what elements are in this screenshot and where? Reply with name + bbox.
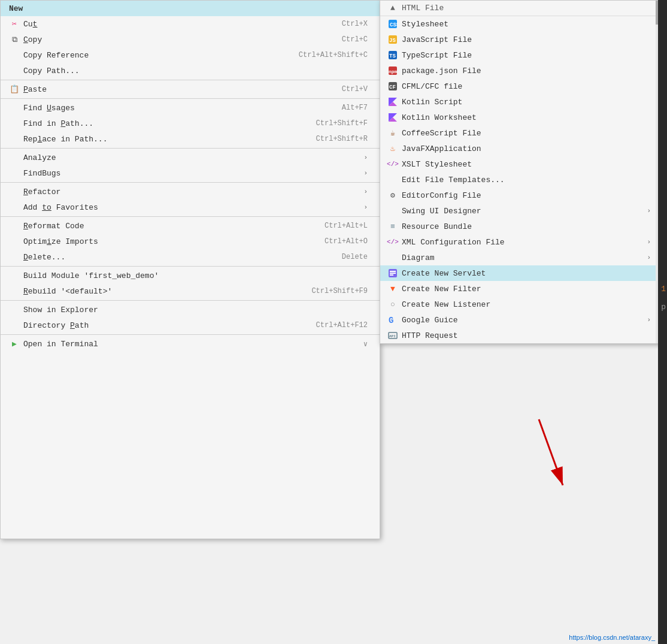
menu-item-copy-reference[interactable]: Copy Reference Ctrl+Alt+Shift+C <box>1 47 380 63</box>
menu-item-coffeescript[interactable]: ☕ CoffeeScript File <box>380 125 660 141</box>
html-scroll-icon: ▲ <box>387 4 398 13</box>
cfml-icon: CF <box>387 81 398 91</box>
menu-item-javafx[interactable]: ♨ JavaFXApplication <box>380 141 660 156</box>
menu-item-analyze[interactable]: Analyze › <box>1 150 380 165</box>
svg-text:TS: TS <box>389 53 396 59</box>
kotlin-worksheet-icon <box>387 113 398 122</box>
copy-icon: ⧉ <box>9 35 20 44</box>
svg-line-22 <box>539 419 563 485</box>
npm-icon: npm <box>387 66 398 75</box>
diagram-arrow: › <box>647 254 651 261</box>
xml-config-icon: </> <box>387 238 398 246</box>
resource-icon: ≡ <box>387 222 398 231</box>
favorites-arrow: › <box>363 204 368 211</box>
context-menu-container: New ✂ Cut Ctrl+X ⧉ Copy Ctrl+C Copy Refe… <box>0 0 667 644</box>
menu-item-resource-bundle[interactable]: ≡ Resource Bundle <box>380 219 660 234</box>
menu-item-google-guice[interactable]: G Google Guice › <box>380 312 660 328</box>
menu-item-package-json[interactable]: npm package.json File <box>380 63 660 78</box>
paste-icon: 📋 <box>9 84 20 94</box>
separator-7 <box>1 300 380 301</box>
menu-item-refactor[interactable]: Refactor › <box>1 184 380 199</box>
menu-item-find-in-path[interactable]: Find in Path... Ctrl+Shift+F <box>1 116 380 131</box>
watermark: https://blog.csdn.net/ataraxy_ <box>569 634 655 641</box>
svg-text:npm: npm <box>389 69 398 74</box>
swing-arrow: › <box>647 207 651 214</box>
menu-item-http-request[interactable]: API HTTP Request <box>380 328 660 343</box>
svg-rect-17 <box>390 274 393 276</box>
menu-item-open-terminal[interactable]: ▶ Open in Terminal ∨ <box>1 336 380 352</box>
kotlin-script-icon <box>387 97 398 107</box>
menu-item-copy[interactable]: ⧉ Copy Ctrl+C <box>1 32 380 47</box>
http-icon: API <box>387 331 398 340</box>
svg-text:CSS: CSS <box>390 22 398 28</box>
coffee-icon: ☕ <box>387 128 398 138</box>
separator-2 <box>1 98 380 99</box>
menu-header-label: New <box>9 4 23 13</box>
stylesheet-icon: CSS <box>387 19 398 29</box>
menu-item-edit-file-templates[interactable]: Edit File Templates... <box>380 172 660 188</box>
separator-8 <box>1 334 380 335</box>
menu-item-html-file[interactable]: ▲ HTML File <box>380 1 660 16</box>
findbugs-arrow: › <box>363 170 368 177</box>
menu-item-cut[interactable]: ✂ Cut Ctrl+X <box>1 16 380 32</box>
menu-item-editorconfig[interactable]: ⚙ EditorConfig File <box>380 188 660 203</box>
javafx-icon: ♨ <box>387 144 398 153</box>
red-arrow-indicator <box>491 413 611 509</box>
ts-icon: TS <box>387 50 398 60</box>
separator-4 <box>1 182 380 183</box>
editor-line-number: 1 <box>661 285 666 294</box>
menu-item-kotlin-worksheet[interactable]: Kotlin Worksheet <box>380 110 660 125</box>
menu-item-xml-config[interactable]: </> XML Configuration File › <box>380 234 660 250</box>
svg-text:JS: JS <box>389 38 396 44</box>
editorconfig-icon: ⚙ <box>387 191 398 200</box>
menu-item-rebuild[interactable]: Rebuild '<default>' Ctrl+Shift+F9 <box>1 283 380 299</box>
menu-item-findbugs[interactable]: FindBugs › <box>1 165 380 181</box>
separator-5 <box>1 216 380 217</box>
separator-6 <box>1 266 380 267</box>
cut-icon: ✂ <box>9 19 20 29</box>
menu-item-delete[interactable]: Delete... Delete <box>1 249 380 265</box>
editor-background: 1 p <box>658 0 667 644</box>
terminal-icon: ▶ <box>9 339 20 349</box>
right-submenu: ▲ HTML File CSS Stylesheet JS JavaScript… <box>380 0 661 344</box>
menu-item-swing-ui[interactable]: Swing UI Designer › <box>380 203 660 219</box>
menu-item-kotlin-script[interactable]: Kotlin Script <box>380 94 660 110</box>
menu-item-replace-in-path[interactable]: Replace in Path... Ctrl+Shift+R <box>1 131 380 147</box>
analyze-arrow: › <box>363 154 368 161</box>
menu-header-new: New <box>1 1 380 16</box>
menu-item-show-in-explorer[interactable]: Show in Explorer <box>1 302 380 318</box>
menu-item-directory-path[interactable]: Directory Path Ctrl+Alt+F12 <box>1 318 380 333</box>
svg-text:CF: CF <box>389 84 396 90</box>
menu-item-create-listener[interactable]: ○ Create New Listener <box>380 297 660 312</box>
menu-item-build-module[interactable]: Build Module 'first_web_demo' <box>1 268 380 283</box>
menu-item-add-to-favorites[interactable]: Add to Favorites › <box>1 199 380 215</box>
menu-item-typescript[interactable]: TS TypeScript File <box>380 47 660 63</box>
servlet-icon <box>387 268 398 278</box>
svg-text:API: API <box>389 334 396 338</box>
menu-item-optimize-imports[interactable]: Optimize Imports Ctrl+Alt+O <box>1 234 380 249</box>
menu-item-copy-path[interactable]: Copy Path... <box>1 63 380 78</box>
svg-rect-16 <box>390 273 396 274</box>
svg-rect-15 <box>390 271 396 272</box>
menu-item-paste[interactable]: 📋 Paste Ctrl+V <box>1 81 380 97</box>
menu-item-stylesheet[interactable]: CSS Stylesheet <box>380 16 660 32</box>
editor-letter: p <box>661 303 666 312</box>
menu-item-create-filter[interactable]: ▼ Create New Filter <box>380 281 660 297</box>
menu-item-javascript[interactable]: JS JavaScript File <box>380 32 660 47</box>
listener-icon: ○ <box>387 300 398 309</box>
menu-item-find-usages[interactable]: Find Usages Alt+F7 <box>1 100 380 116</box>
separator-3 <box>1 148 380 149</box>
filter-icon: ▼ <box>387 285 398 294</box>
menu-item-diagram[interactable]: Diagram › <box>380 250 660 265</box>
guice-arrow: › <box>647 316 651 323</box>
js-icon: JS <box>387 35 398 44</box>
menu-item-create-servlet[interactable]: Create New Servlet <box>380 265 660 281</box>
menu-item-xslt[interactable]: </> XSLT Stylesheet <box>380 156 660 172</box>
menu-item-reformat-code[interactable]: Reformat Code Ctrl+Alt+L <box>1 218 380 234</box>
xslt-icon: </> <box>387 161 398 168</box>
svg-text:G: G <box>389 316 393 325</box>
menu-item-cfml[interactable]: CF CFML/CFC file <box>380 78 660 94</box>
google-icon: G <box>387 315 398 325</box>
xml-config-arrow: › <box>647 238 651 246</box>
left-context-menu: New ✂ Cut Ctrl+X ⧉ Copy Ctrl+C Copy Refe… <box>0 0 380 539</box>
